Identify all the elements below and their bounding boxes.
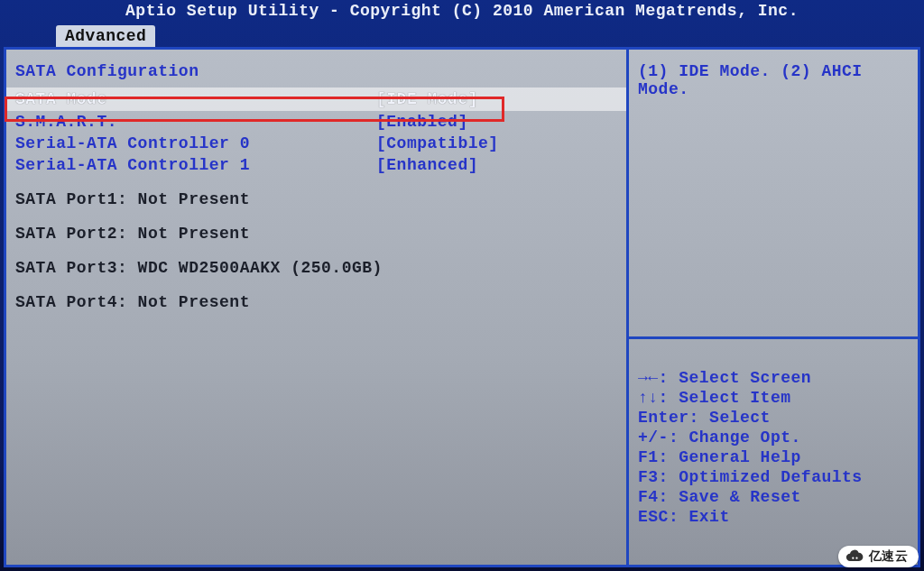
workarea: SATA Configuration SATA Mode [IDE Mode] … xyxy=(4,47,920,567)
tab-advanced[interactable]: Advanced xyxy=(56,25,155,47)
setting-value: [Enabled] xyxy=(376,111,468,133)
key-enter: Enter: Select xyxy=(638,409,771,427)
key-select-screen: →←: Select Screen xyxy=(638,369,811,387)
section-title: SATA Configuration xyxy=(6,62,626,87)
key-legend: →←: Select Screen ↑↓: Select Item Enter:… xyxy=(629,339,918,565)
svg-point-1 xyxy=(855,557,857,559)
side-panel: (1) IDE Mode. (2) AHCI Mode. →←: Select … xyxy=(629,50,918,565)
watermark-badge: 亿速云 xyxy=(838,546,919,567)
setting-value: [Compatible] xyxy=(376,133,499,154)
setting-label: Serial-ATA Controller 1 xyxy=(15,154,376,176)
setting-sata-mode[interactable]: SATA Mode [IDE Mode] xyxy=(6,87,626,111)
help-text: (1) IDE Mode. (2) AHCI Mode. xyxy=(638,62,909,98)
port-text: SATA Port4: Not Present xyxy=(15,291,250,313)
port-text: SATA Port1: Not Present xyxy=(15,189,250,210)
setting-label: Serial-ATA Controller 0 xyxy=(15,133,376,154)
sata-port-3: SATA Port3: WDC WD2500AAKX (250.0GB) xyxy=(6,257,626,279)
setting-value: [IDE Mode] xyxy=(376,87,478,111)
port-text: SATA Port2: Not Present xyxy=(15,223,250,244)
sata-port-4: SATA Port4: Not Present xyxy=(6,291,626,313)
main-panel: SATA Configuration SATA Mode [IDE Mode] … xyxy=(6,50,629,565)
bios-title: Aptio Setup Utility - Copyright (C) 2010… xyxy=(0,0,924,25)
key-change-opt: +/-: Change Opt. xyxy=(638,428,801,447)
port-text: SATA Port3: WDC WD2500AAKX (250.0GB) xyxy=(15,257,383,279)
setting-sata-ctrl-1[interactable]: Serial-ATA Controller 1 [Enhanced] xyxy=(6,154,626,176)
setting-label: S.M.A.R.T. xyxy=(15,111,376,133)
sata-port-1: SATA Port1: Not Present xyxy=(6,189,626,210)
setting-label: SATA Mode xyxy=(15,87,376,111)
tab-bar: Advanced xyxy=(0,25,924,47)
setting-smart[interactable]: S.M.A.R.T. [Enabled] xyxy=(6,111,626,133)
setting-sata-ctrl-0[interactable]: Serial-ATA Controller 0 [Compatible] xyxy=(6,133,626,154)
key-select-item: ↑↓: Select Item xyxy=(638,389,791,407)
svg-point-0 xyxy=(852,557,854,559)
sata-port-2: SATA Port2: Not Present xyxy=(6,223,626,244)
cloud-icon xyxy=(845,548,864,566)
bios-screen: Aptio Setup Utility - Copyright (C) 2010… xyxy=(0,0,924,571)
key-exit: ESC: Exit xyxy=(638,508,730,526)
key-general-help: F1: General Help xyxy=(638,448,801,466)
item-help: (1) IDE Mode. (2) AHCI Mode. xyxy=(629,50,918,336)
key-save-reset: F4: Save & Reset xyxy=(638,488,801,506)
watermark-text: 亿速云 xyxy=(869,548,909,565)
setting-value: [Enhanced] xyxy=(376,154,478,176)
key-optimized-defaults: F3: Optimized Defaults xyxy=(638,468,863,486)
